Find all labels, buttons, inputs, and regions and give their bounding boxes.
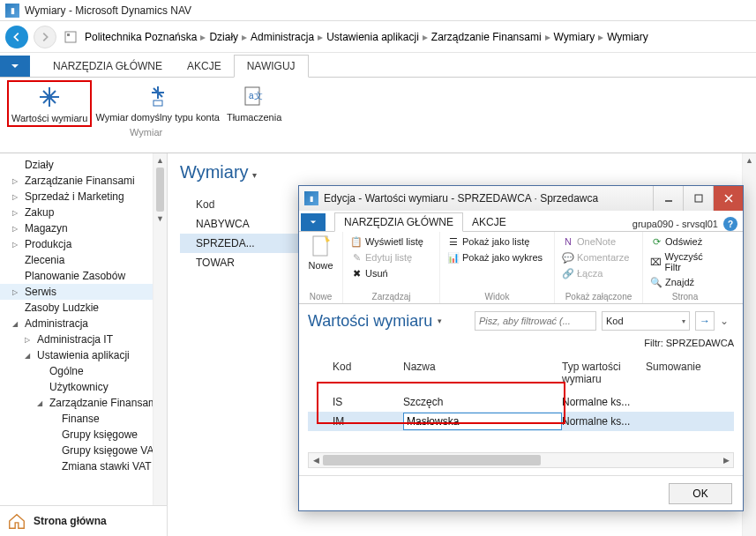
tree-item[interactable]: Zmiana stawki VAT [0,458,167,474]
scroll-down-icon[interactable]: ▼ [153,212,167,226]
tree-item[interactable]: ◢Ustawienia aplikacji [0,347,167,363]
tree-item-label: Finanse [62,413,100,425]
default-dimension-icon [144,82,172,110]
dialog-file-menu[interactable] [301,213,326,231]
col-nazwa[interactable]: Nazwa [403,361,562,385]
wyswietl-liste-button[interactable]: 📋Wyświetl listę [347,234,436,249]
file-menu[interactable] [0,56,30,77]
nazwa-input[interactable] [403,413,562,430]
maximize-button[interactable] [683,186,713,211]
scroll-up-icon[interactable]: ▲ [743,153,756,168]
tree-item[interactable]: ▷Produkcja [0,236,167,252]
tree-item[interactable]: Ogólne [0,363,167,379]
sidebar-home[interactable]: Strona główna [0,505,167,536]
crumb-1[interactable]: Działy [209,31,238,43]
tree-item[interactable]: Planowanie Zasobów [0,268,167,284]
dialog-ribbon-strona: ⟳Odśwież ⌧Wyczyść Filtr 🔍Znajdź Strona [643,232,727,303]
tree-item-label: Zlecenia [25,254,64,266]
sidebar-scrollbar[interactable]: ▲ ▼ [153,153,167,536]
dialog-ribbon-nowe[interactable]: Nowe Nowe [299,232,343,303]
tree-item[interactable]: Grupy księgowe [0,427,167,443]
dialog-footer: OK [299,475,743,510]
scroll-thumb[interactable] [323,455,541,465]
help-icon[interactable]: ? [723,217,737,231]
tree-item-label: Produkcja [25,238,71,250]
dialog-heading: Wartości wymiaru▾ [308,312,442,331]
back-button[interactable] [5,26,28,48]
tree-item-label: Działy [25,159,54,171]
tree-item-label: Zasoby Ludzkie [25,302,99,314]
tree-item-label: Grupy księgowe VAT [62,444,160,457]
tree-item[interactable]: Działy [0,157,167,173]
ribbon-tlumaczenia[interactable]: a文 Tłumaczenia [223,80,285,127]
scroll-thumb[interactable] [156,168,164,212]
tree-item-label: Zakup [25,206,54,219]
crumb-2[interactable]: Administracja [251,31,314,43]
crumb-5[interactable]: Wymiary [554,31,595,43]
tree-item[interactable]: ▷Administracja IT [0,331,167,347]
crumb-4[interactable]: Zarządzanie Finansami [431,31,542,43]
close-button[interactable] [713,186,743,211]
tab-actions[interactable]: AKCJE [175,56,234,77]
usun-button[interactable]: ✖Usuń [347,265,436,281]
links-icon: 🔗 [562,267,574,279]
ok-button[interactable]: OK [669,483,732,504]
dialog-tab-actions[interactable]: AKCJE [463,213,515,231]
crumb-0[interactable]: Politechnika Poznańska [85,31,197,43]
find-icon: 🔍 [650,276,662,288]
pokaz-liste-button[interactable]: ☰Pokaż jako listę [444,234,550,249]
scroll-right-icon[interactable]: ▶ [719,456,733,465]
scroll-up-icon[interactable]: ▲ [153,153,167,168]
content-scrollbar[interactable]: ▲ [742,153,756,536]
tree-item[interactable]: ▷Zarządzanie Finansami [0,173,167,189]
crumb-3[interactable]: Ustawienia aplikacji [326,31,419,43]
ribbon-tabs: NARZĘDZIA GŁÓWNE AKCJE NAWIGUJ [0,53,756,78]
znajdz-button[interactable]: 🔍Znajdź [647,274,723,290]
tree-item-label: Serwis [25,286,56,298]
table-body: IS Szczęch Normalne ks... IM Normalne ks… [308,392,734,431]
tree-item[interactable]: ▷Sprzedaż i Marketing [0,189,167,205]
ribbon-wartosci-wymiaru[interactable]: Wartości wymiaru [7,80,92,127]
tab-home[interactable]: NARZĘDZIA GŁÓWNE [41,56,175,77]
filter-input[interactable] [475,311,596,331]
scroll-left-icon[interactable]: ◀ [309,456,323,465]
col-sumowanie[interactable]: Sumowanie [646,361,716,385]
tree-item[interactable]: ▷Zakup [0,205,167,220]
tree-item-label: Ogólne [49,365,84,377]
tree-item[interactable]: ▷Serwis [0,284,167,300]
komentarze-button[interactable]: 💬Komentarze [558,249,639,265]
tree-item[interactable]: ◢Administracja [0,316,167,331]
chevron-down-icon[interactable]: ⌄ [720,315,734,327]
svg-text:a文: a文 [249,91,263,100]
lacza-button[interactable]: 🔗Łącza [558,265,639,281]
filter-field-select[interactable]: Kod▾ [602,311,690,331]
filter-go-button[interactable]: → [695,311,715,331]
wyczysc-filtr-button[interactable]: ⌧Wyczyść Filtr [647,249,723,274]
onenote-button[interactable]: NOneNote [558,234,639,249]
edytuj-liste-button[interactable]: ✎Edytuj listę [347,249,436,265]
col-kod[interactable]: Kod [333,361,403,385]
table-row[interactable]: IM Normalne ks... [308,412,734,431]
tab-navigate[interactable]: NAWIGUJ [234,55,309,78]
tree-item[interactable]: ▷Magazyn [0,220,167,236]
tree-item[interactable]: Użytkownicy [0,379,167,395]
tree-item[interactable]: Zlecenia [0,252,167,268]
dialog-ribbon-tabs: NARZĘDZIA GŁÓWNE AKCJE grupa090 - srvsql… [299,211,743,232]
svg-rect-7 [313,236,327,256]
tree-item[interactable]: Finanse [0,411,167,427]
crumb-6[interactable]: Wymiary [607,31,648,43]
tree-item[interactable]: ◢Zarządzanie Finansami [0,395,167,411]
ribbon-wymiar-domyslny[interactable]: Wymiar domyślny typu konta [92,80,223,127]
ribbon-group-wymiar: Wartości wymiaru Wymiar domyślny typu ko… [7,80,285,150]
table-row[interactable]: IS Szczęch Normalne ks... [308,392,734,412]
dialog-tab-home[interactable]: NARZĘDZIA GŁÓWNE [334,212,463,232]
pokaz-wykres-button[interactable]: 📊Pokaż jako wykres [444,249,550,265]
dialog-h-scrollbar[interactable]: ◀ ▶ [308,452,734,468]
tree-item-label: Administracja IT [37,333,113,346]
col-typ[interactable]: Typ wartości wymiaru [562,361,646,385]
odswiez-button[interactable]: ⟳Odśwież [647,234,723,249]
forward-button[interactable] [34,26,56,48]
minimize-button[interactable] [653,186,683,211]
tree-item[interactable]: Grupy księgowe VAT [0,443,167,458]
tree-item[interactable]: Zasoby Ludzkie [0,300,167,316]
